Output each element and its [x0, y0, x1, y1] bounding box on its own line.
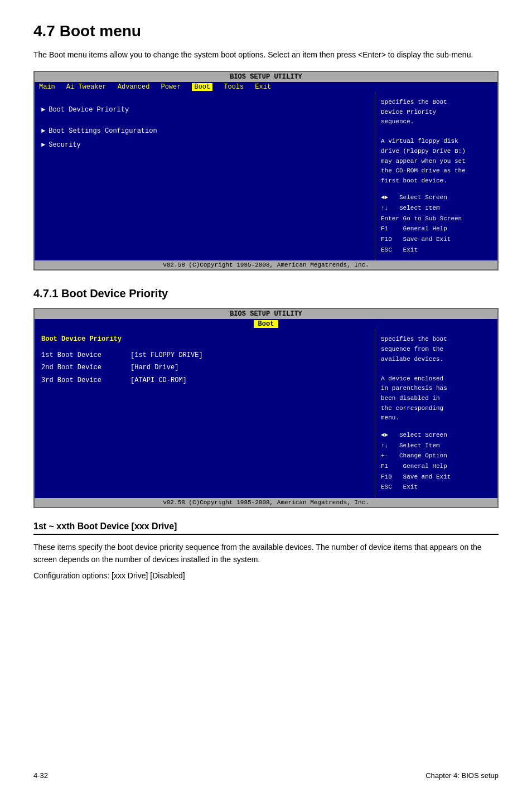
bios-title-bar-1: BIOS SETUP UTILITY: [35, 72, 497, 82]
arrow-icon-2: ►: [41, 125, 45, 138]
boot-item-1st[interactable]: 1st Boot Device [1st FLOPPY DRIVE]: [41, 350, 368, 361]
menu-advanced[interactable]: Advanced: [118, 83, 150, 91]
section-471-title: 4.7.1 Boot Device Priority: [33, 287, 499, 300]
footer-page-number: 4-32: [33, 771, 48, 780]
bios-item-label-3: Security: [49, 139, 81, 152]
bios-footer-2: v02.58 (C)Copyright 1985-2008, American …: [35, 498, 497, 507]
boot-value-1st: [1st FLOPPY DRIVE]: [130, 350, 203, 361]
menu-power[interactable]: Power: [161, 83, 181, 91]
page-footer: 4-32 Chapter 4: BIOS setup: [33, 771, 499, 780]
footer-chapter: Chapter 4: BIOS setup: [425, 771, 499, 780]
menu-tools[interactable]: Tools: [224, 83, 244, 91]
bios-content-1: ► Boot Device Priority ► Boot Settings C…: [35, 92, 497, 260]
boot-label-1st: 1st Boot Device: [41, 350, 130, 361]
bios-screen-2: BIOS SETUP UTILITY Boot Boot Device Prio…: [33, 308, 499, 508]
bios-legend-1: ◄► Select Screen ↑↓ Select Item Enter Go…: [381, 192, 492, 255]
bios-item-boot-settings[interactable]: ► Boot Settings Configuration: [41, 125, 368, 138]
bios-menu-bar-1: Main Ai Tweaker Advanced Power Boot Tool…: [35, 82, 497, 92]
bios-right-panel-2: Specifies the boot sequence from the ava…: [375, 329, 497, 497]
subsection-title: 1st ~ xxth Boot Device [xxx Drive]: [33, 521, 499, 535]
bios-left-panel-2: Boot Device Priority 1st Boot Device [1s…: [35, 329, 375, 497]
boot-item-2nd[interactable]: 2nd Boot Device [Hard Drive]: [41, 362, 368, 373]
bios-menu-bar-2: Boot: [35, 319, 497, 329]
bios-right-panel-1: Specifies the Boot Device Priority seque…: [375, 92, 497, 260]
bios-help-text-1: Specifies the Boot Device Priority seque…: [381, 98, 492, 186]
arrow-icon-3: ►: [41, 139, 45, 152]
intro-paragraph: The Boot menu items allow you to change …: [33, 49, 499, 61]
boot-label-3rd: 3rd Boot Device: [41, 375, 130, 386]
menu-boot[interactable]: Boot: [192, 83, 212, 91]
bios-help-text-2: Specifies the boot sequence from the ava…: [381, 335, 492, 423]
bios-legend-2: ◄► Select Screen ↑↓ Select Item +- Chang…: [381, 430, 492, 492]
bios-section-header-2: Boot Device Priority: [41, 334, 368, 345]
menu-boot-2[interactable]: Boot: [254, 320, 279, 328]
bios-content-2: Boot Device Priority 1st Boot Device [1s…: [35, 329, 497, 497]
bios-screen-1: BIOS SETUP UTILITY Main Ai Tweaker Advan…: [33, 71, 499, 270]
subsection-body-2: Configuration options: [xxx Drive] [Disa…: [33, 570, 499, 582]
boot-value-2nd: [Hard Drive]: [130, 362, 178, 373]
boot-label-2nd: 2nd Boot Device: [41, 362, 130, 373]
subsection-body-1: These items specify the boot device prio…: [33, 542, 499, 566]
bios-title-bar-2: BIOS SETUP UTILITY: [35, 309, 497, 319]
menu-ai-tweaker[interactable]: Ai Tweaker: [66, 83, 107, 91]
bios-item-label-1: Boot Device Priority: [49, 104, 129, 117]
main-title: 4.7 Boot menu: [33, 22, 499, 40]
bios-item-boot-device-priority[interactable]: ► Boot Device Priority: [41, 104, 368, 117]
arrow-icon-1: ►: [41, 104, 45, 117]
menu-exit[interactable]: Exit: [255, 83, 271, 91]
boot-item-3rd[interactable]: 3rd Boot Device [ATAPI CD-ROM]: [41, 375, 368, 386]
bios-footer-1: v02.58 (C)Copyright 1985-2008, American …: [35, 260, 497, 269]
bios-left-panel-1: ► Boot Device Priority ► Boot Settings C…: [35, 92, 375, 260]
bios-item-label-2: Boot Settings Configuration: [49, 125, 157, 138]
menu-main[interactable]: Main: [39, 83, 55, 91]
boot-value-3rd: [ATAPI CD-ROM]: [130, 375, 187, 386]
bios-item-security[interactable]: ► Security: [41, 139, 368, 152]
